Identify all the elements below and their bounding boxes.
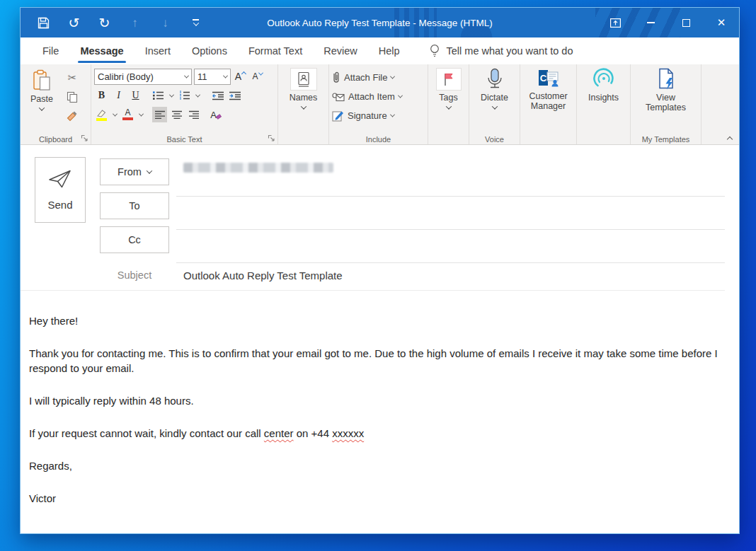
minimize-icon[interactable] bbox=[633, 8, 668, 37]
tab-format-text[interactable]: Format Text bbox=[238, 37, 313, 64]
customer-manager-button[interactable]: C Customer Manager bbox=[523, 68, 573, 111]
ribbon-tab-row: File Message Insert Options Format Text … bbox=[21, 37, 739, 64]
dictate-dropdown-chevron-icon[interactable] bbox=[491, 103, 497, 109]
underline-button[interactable]: U bbox=[128, 88, 143, 103]
svg-text:C: C bbox=[539, 73, 546, 83]
window-controls: ✕ bbox=[597, 8, 739, 37]
body-paragraph: I will typically reply within 48 hours. bbox=[29, 393, 728, 408]
bullet-list-chevron-icon[interactable] bbox=[168, 88, 175, 103]
text-highlight-chevron-icon[interactable] bbox=[111, 107, 118, 122]
body-paragraph: If your request cannot wait, kindly cont… bbox=[29, 426, 728, 441]
tab-message[interactable]: Message bbox=[69, 37, 134, 64]
view-templates-button[interactable]: View Templates bbox=[634, 68, 698, 112]
font-color-button[interactable]: A bbox=[120, 107, 135, 122]
ribbon-group-customer-manager: C Customer Manager bbox=[520, 64, 577, 144]
titlebar-wallpaper-art bbox=[452, 13, 501, 37]
names-button[interactable]: Names bbox=[281, 68, 326, 110]
ribbon-group-voice: Dictate Voice bbox=[469, 64, 520, 144]
tags-button[interactable]: Tags bbox=[431, 68, 466, 110]
shrink-font-button[interactable]: A bbox=[250, 69, 265, 84]
font-size-select[interactable]: 11 bbox=[194, 69, 231, 85]
body-paragraph: Hey there! bbox=[29, 313, 728, 328]
bold-button[interactable]: B bbox=[94, 88, 109, 103]
subject-field[interactable]: Outlook Auto Reply Test Template bbox=[183, 269, 343, 282]
insights-button[interactable]: Insights bbox=[580, 68, 627, 103]
signature-pen-icon bbox=[332, 110, 344, 122]
numbered-list-button[interactable] bbox=[177, 88, 192, 103]
align-right-button[interactable] bbox=[186, 107, 201, 122]
send-button[interactable]: Send bbox=[35, 157, 86, 223]
increase-indent-icon[interactable] bbox=[227, 88, 242, 103]
tab-insert[interactable]: Insert bbox=[134, 37, 181, 64]
from-button[interactable]: From bbox=[100, 158, 169, 185]
tell-me-box[interactable]: Tell me what you want to do bbox=[429, 44, 573, 58]
paste-clipboard-icon bbox=[32, 69, 52, 92]
attach-item-icon bbox=[332, 92, 345, 102]
maximize-icon[interactable] bbox=[668, 8, 704, 37]
ribbon: Paste ✂ Clipboar bbox=[21, 64, 739, 145]
send-label: Send bbox=[47, 199, 72, 211]
bullet-list-button[interactable] bbox=[151, 88, 166, 103]
text-highlight-button[interactable] bbox=[94, 107, 109, 122]
attach-item-button[interactable]: Attach Item bbox=[332, 88, 425, 105]
quick-access-toolbar: ↺ ↻ ↑ ↓ bbox=[32, 8, 207, 37]
tab-file[interactable]: File bbox=[32, 37, 69, 64]
grow-font-button[interactable]: A bbox=[233, 69, 248, 84]
from-field-underline bbox=[176, 196, 725, 197]
spellcheck-underlined-word: xxxxxx bbox=[332, 427, 364, 439]
italic-button[interactable]: I bbox=[111, 88, 126, 103]
signature-chevron-icon bbox=[390, 112, 395, 117]
font-color-chevron-icon[interactable] bbox=[137, 107, 144, 122]
clipboard-dialog-launcher-icon[interactable] bbox=[81, 134, 88, 142]
ribbon-group-include: Attach File Attach Item bbox=[329, 64, 428, 144]
collapse-ribbon-icon[interactable] bbox=[727, 137, 733, 142]
paste-button[interactable]: Paste bbox=[23, 68, 60, 133]
undo-icon[interactable]: ↺ bbox=[62, 12, 86, 33]
popout-icon[interactable] bbox=[597, 8, 633, 37]
format-painter-icon[interactable] bbox=[63, 108, 81, 124]
ribbon-group-names: Names bbox=[278, 64, 329, 144]
font-name-select[interactable]: Calibri (Body) bbox=[94, 69, 192, 85]
close-icon[interactable]: ✕ bbox=[704, 8, 739, 37]
clear-formatting-button[interactable]: A bbox=[209, 107, 224, 122]
tab-options[interactable]: Options bbox=[181, 37, 238, 64]
ribbon-group-insights: Insights bbox=[577, 64, 631, 144]
titlebar-wallpaper-art bbox=[394, 8, 437, 37]
decrease-indent-icon[interactable] bbox=[210, 88, 225, 103]
paste-dropdown-chevron-icon[interactable] bbox=[39, 105, 45, 110]
tell-me-label: Tell me what you want to do bbox=[447, 45, 573, 57]
dictate-button[interactable]: Dictate bbox=[472, 68, 517, 110]
align-left-button[interactable] bbox=[152, 107, 167, 122]
redo-icon[interactable]: ↻ bbox=[93, 12, 116, 33]
message-body-editor[interactable]: Hey there! Thank you for contacting me. … bbox=[21, 291, 739, 533]
ribbon-group-tags: Tags bbox=[428, 64, 469, 144]
save-icon[interactable] bbox=[32, 12, 55, 33]
tab-help[interactable]: Help bbox=[368, 37, 411, 64]
send-paper-plane-icon bbox=[48, 169, 72, 189]
basic-text-dialog-launcher-icon[interactable] bbox=[268, 134, 275, 142]
tab-review[interactable]: Review bbox=[313, 37, 368, 64]
title-bar: Outlook Auto Reply Test Template - Messa… bbox=[21, 8, 739, 37]
basic-text-group-label: Basic Text bbox=[91, 135, 277, 144]
cc-field-underline bbox=[176, 262, 725, 263]
to-button[interactable]: To bbox=[100, 192, 169, 219]
to-field-underline bbox=[176, 229, 725, 230]
flag-icon bbox=[436, 68, 462, 91]
body-paragraph: Regards, bbox=[29, 458, 728, 473]
ribbon-group-basic-text: Calibri (Body) 11 A A B I U bbox=[91, 64, 278, 144]
signature-button[interactable]: Signature bbox=[332, 108, 425, 124]
body-paragraph: Victor bbox=[29, 491, 728, 506]
numbered-list-chevron-icon[interactable] bbox=[194, 88, 201, 103]
customize-quick-access-icon[interactable] bbox=[184, 12, 207, 33]
tags-dropdown-chevron-icon[interactable] bbox=[445, 103, 451, 109]
align-center-button[interactable] bbox=[169, 107, 184, 122]
desktop-background: Outlook Auto Reply Test Template - Messa… bbox=[0, 0, 756, 551]
outlook-message-window: Outlook Auto Reply Test Template - Messa… bbox=[20, 7, 740, 534]
cut-icon[interactable]: ✂ bbox=[63, 69, 81, 86]
ribbon-group-clipboard: Paste ✂ Clipboar bbox=[21, 64, 91, 144]
attach-item-chevron-icon bbox=[398, 93, 403, 98]
attach-file-button[interactable]: Attach File bbox=[332, 69, 425, 86]
names-dropdown-chevron-icon[interactable] bbox=[300, 103, 306, 109]
copy-icon[interactable] bbox=[63, 88, 81, 105]
cc-button[interactable]: Cc bbox=[100, 226, 169, 253]
